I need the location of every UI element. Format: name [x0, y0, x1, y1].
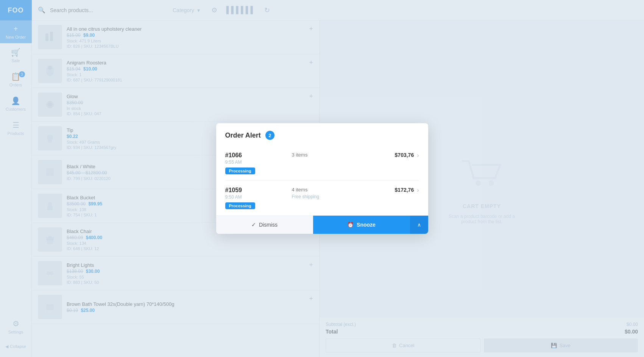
order-amount: $703,76 [395, 152, 414, 158]
order-amount: $172,76 [395, 187, 414, 193]
order-right: $172,76 › [395, 187, 419, 194]
checkmark-icon: ✓ [251, 222, 256, 228]
order-items: 3 items [292, 152, 389, 158]
dismiss-label: Dismiss [259, 222, 278, 228]
order-items: 4 items Free shipping [292, 187, 389, 199]
modal-footer: ✓ Dismiss ⏰ Snooze ∧ [216, 215, 428, 234]
order-alert-modal: Order Alert 2 #1066 9:55 AM Processing 3… [216, 123, 428, 234]
modal-count-badge: 2 [265, 131, 274, 140]
modal-title: Order Alert [225, 132, 261, 139]
modal-overlay: Order Alert 2 #1066 9:55 AM Processing 3… [0, 0, 644, 357]
order-number: #1066 [225, 152, 286, 159]
order-time: 9:50 AM [225, 194, 286, 200]
order-number: #1059 [225, 187, 286, 194]
snooze-expand-button[interactable]: ∧ [410, 216, 428, 234]
order-left: #1066 9:55 AM Processing [225, 152, 286, 174]
chevron-right-icon[interactable]: › [417, 187, 419, 194]
status-badge: Processing [225, 202, 255, 209]
snooze-label: Snooze [357, 222, 376, 228]
status-badge: Processing [225, 168, 255, 174]
chevron-up-icon: ∧ [417, 222, 421, 228]
order-left: #1059 9:50 AM Processing [225, 187, 286, 209]
snooze-button[interactable]: ⏰ Snooze [313, 216, 410, 234]
clock-icon: ⏰ [347, 222, 354, 228]
order-time: 9:55 AM [225, 160, 286, 165]
modal-body: #1066 9:55 AM Processing 3 items $703,76… [216, 146, 428, 215]
order-row: #1066 9:55 AM Processing 3 items $703,76… [225, 146, 419, 181]
order-right: $703,76 › [395, 152, 419, 159]
order-row: #1059 9:50 AM Processing 4 items Free sh… [225, 181, 419, 215]
chevron-right-icon[interactable]: › [417, 152, 419, 159]
dismiss-button[interactable]: ✓ Dismiss [216, 216, 313, 234]
modal-header: Order Alert 2 [216, 123, 428, 146]
